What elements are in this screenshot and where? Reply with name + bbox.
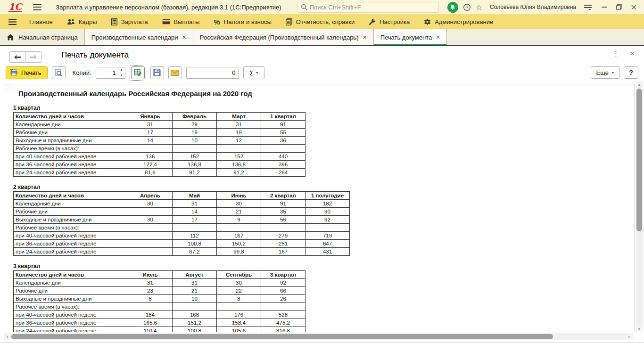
- service-menu-icon[interactable]: [584, 4, 592, 10]
- value-cell: 316,8: [261, 327, 305, 333]
- value-cell: 21: [217, 208, 261, 216]
- close-window-button[interactable]: [631, 5, 636, 10]
- value-cell: 23: [128, 287, 173, 295]
- vertical-scroll-track[interactable]: [636, 88, 643, 326]
- column-header: Количество дней и часов: [14, 192, 128, 200]
- menu-item-label: Администрирование: [435, 18, 493, 25]
- close-form-icon[interactable]: ×: [630, 49, 635, 58]
- scale-value-input[interactable]: [186, 67, 239, 79]
- spin-up-icon[interactable]: ▲: [118, 67, 125, 73]
- scroll-left-icon[interactable]: ◂: [4, 335, 10, 339]
- menu-item-4[interactable]: Выплаты: [155, 14, 207, 29]
- copies-input[interactable]: [96, 67, 118, 78]
- menu-item-5[interactable]: %Налоги и взносы: [206, 14, 278, 29]
- title-bar: 1С Зарплата и управление персоналом (баз…: [0, 0, 644, 14]
- row-label-cell: при 36-часовой рабочей неделе: [14, 240, 128, 248]
- search-input[interactable]: [310, 4, 436, 11]
- vertical-scrollbar[interactable]: ▲ ▼: [636, 81, 643, 332]
- tab-close-icon[interactable]: ×: [363, 34, 366, 41]
- quarter-section-3: 3 кварталКоличество дней и часовИюльАвгу…: [13, 263, 634, 332]
- spreadsheet-document[interactable]: Производственный календарь Российская Фе…: [4, 84, 635, 332]
- history-icon[interactable]: [463, 3, 471, 11]
- menu-item-8[interactable]: Администрирование: [417, 14, 500, 29]
- value-cell: 100,8: [173, 327, 217, 333]
- value-cell: [128, 208, 173, 216]
- report-icon: [286, 18, 292, 25]
- table-row: Рабочие дни17191955: [14, 129, 305, 137]
- value-cell: 10: [173, 295, 217, 303]
- notifications-bell-icon[interactable]: [447, 2, 458, 13]
- value-cell: 30: [217, 279, 261, 287]
- preview-button[interactable]: [52, 66, 66, 79]
- menu-item-6[interactable]: Отчетность, справки: [279, 14, 362, 29]
- menu-item-1[interactable]: Главное: [22, 14, 60, 29]
- value-cell: 55: [261, 129, 305, 137]
- horizontal-scroll-thumb[interactable]: [11, 334, 553, 339]
- value-cell: [128, 248, 173, 256]
- tab-4[interactable]: Печать документа×: [374, 29, 447, 45]
- value-cell: 36: [261, 137, 305, 145]
- tab-2[interactable]: Производственные календари×: [85, 29, 193, 45]
- value-cell: 150,2: [217, 240, 261, 248]
- card-icon: [162, 19, 170, 24]
- tab-1[interactable]: Начальная страница: [0, 29, 85, 45]
- column-header: Сентябрь: [217, 271, 261, 279]
- value-cell: 136,8: [173, 161, 217, 169]
- menu-item-3[interactable]: Зарплата: [104, 14, 155, 29]
- value-cell: [128, 303, 173, 311]
- main-menu-icon[interactable]: [33, 4, 41, 10]
- table-row: при 36-часовой рабочей неделе122,4136,81…: [14, 161, 305, 169]
- tab-label: Печать документа: [380, 34, 432, 41]
- vertical-scroll-thumb[interactable]: [636, 89, 642, 231]
- menu-item-label: Кадры: [79, 18, 97, 25]
- help-button[interactable]: ?: [624, 66, 638, 79]
- row-label-cell: Выходные и праздничные дни: [14, 216, 128, 224]
- value-cell: 10: [173, 137, 217, 145]
- value-cell: 19: [217, 129, 261, 137]
- value-cell: 29: [173, 121, 217, 129]
- quarter-section-1: 1 кварталКоличество дней и часовЯнварьФе…: [13, 105, 634, 177]
- forward-button[interactable]: [25, 51, 41, 63]
- value-cell: 12: [217, 137, 261, 145]
- row-label-cell: Календарные дни: [14, 121, 128, 129]
- table-row: Выходные и праздничные дни14101236: [14, 137, 305, 145]
- chevron-down-icon: ▾: [612, 71, 614, 75]
- copies-stepper[interactable]: ▲ ▼: [96, 67, 125, 79]
- minimize-button[interactable]: [602, 7, 607, 8]
- table-row: при 40-часовой рабочей неделе13615215244…: [14, 153, 305, 161]
- save-button[interactable]: [150, 66, 164, 79]
- value-cell: [173, 145, 217, 153]
- value-cell: 91: [261, 200, 305, 208]
- more-button[interactable]: Еще ▾: [591, 66, 619, 79]
- menu-item-2[interactable]: Кадры: [60, 14, 104, 29]
- sum-dropdown-button[interactable]: Σ ▾: [243, 66, 264, 79]
- send-email-button[interactable]: [168, 66, 182, 79]
- scroll-up-icon[interactable]: ▲: [636, 81, 643, 88]
- sections-menu-icon[interactable]: [3, 14, 22, 29]
- edit-spreadsheet-button[interactable]: [131, 66, 145, 79]
- current-user-name[interactable]: Соловьева Юлия Владимировна: [490, 4, 576, 10]
- column-header: Апрель: [128, 192, 173, 200]
- copies-spin-buttons[interactable]: ▲ ▼: [118, 67, 125, 78]
- horizontal-scrollbar[interactable]: ◂ ▸: [4, 333, 633, 340]
- scroll-right-icon[interactable]: ▸: [626, 335, 633, 339]
- more-dots-icon[interactable]: ⋮: [612, 49, 619, 58]
- back-button[interactable]: [9, 51, 25, 63]
- value-cell: 14: [173, 208, 217, 216]
- tab-3[interactable]: Российская Федерация (Производственный к…: [193, 29, 374, 45]
- spin-down-icon[interactable]: ▼: [118, 73, 125, 78]
- value-cell: 165,6: [128, 319, 173, 327]
- restore-window-button[interactable]: [616, 4, 622, 10]
- horizontal-scroll-track[interactable]: [10, 333, 626, 340]
- value-cell: 167: [217, 232, 261, 240]
- tab-close-icon[interactable]: ×: [436, 34, 440, 41]
- table-row: Календарные дни31293191: [14, 121, 305, 129]
- value-cell: 431: [305, 248, 350, 256]
- global-search[interactable]: [297, 2, 439, 13]
- favorites-star-icon[interactable]: ☆: [476, 3, 482, 12]
- value-cell: 81,6: [128, 169, 173, 177]
- menu-item-7[interactable]: Настройка: [362, 14, 417, 29]
- tab-close-icon[interactable]: ×: [182, 34, 186, 41]
- print-button[interactable]: Печать: [6, 66, 48, 79]
- scroll-down-icon[interactable]: ▼: [636, 326, 643, 332]
